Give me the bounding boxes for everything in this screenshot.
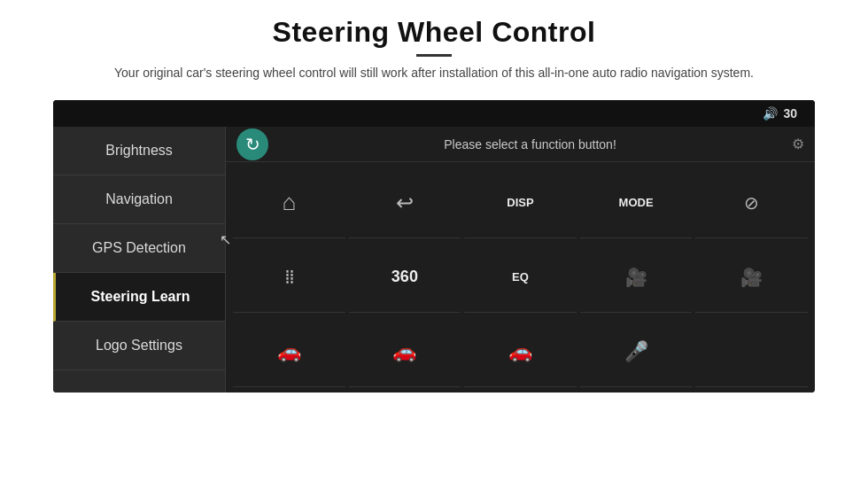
grid-cell-settings[interactable]: ⁞⁞: [233, 242, 345, 313]
camera1-icon: 🎥: [625, 267, 647, 288]
main-area: ↻ Please select a function button! ⚙ ⌂ ↩…: [226, 127, 815, 393]
grid-cell-home[interactable]: ⌂: [233, 167, 345, 238]
sidebar-item-navigation[interactable]: Navigation: [53, 175, 225, 224]
mode-label: MODE: [619, 196, 654, 209]
page-subtitle: Your original car's steering wheel contr…: [114, 64, 754, 82]
device-content: Brightness Navigation GPS Detection Stee…: [53, 127, 815, 393]
function-prompt: Please select a function button!: [277, 137, 783, 152]
sidebar-item-gps-detection[interactable]: GPS Detection: [53, 224, 225, 273]
sidebar-item-steering-learn[interactable]: Steering Learn: [53, 273, 225, 322]
car1-icon: 🚗: [277, 340, 301, 363]
top-bar: ↻ Please select a function button! ⚙: [226, 127, 815, 162]
back-icon: ↩: [396, 190, 414, 215]
label-360: 360: [391, 268, 418, 286]
disp-label: DISP: [507, 196, 533, 209]
home-icon: ⌂: [282, 189, 296, 216]
volume-icon: 🔊: [763, 106, 778, 120]
device-top-bar: 🔊 30: [53, 100, 815, 127]
grid-cell-car3[interactable]: 🚗: [464, 316, 577, 387]
grid-cell-camera2[interactable]: 🎥: [695, 242, 808, 313]
sync-button[interactable]: ↻: [236, 128, 268, 160]
sidebar-item-brightness[interactable]: Brightness: [53, 127, 225, 175]
page-title: Steering Wheel Control: [114, 16, 754, 49]
grid-cell-disp[interactable]: DISP: [464, 167, 577, 238]
grid-cell-car1[interactable]: 🚗: [233, 316, 345, 387]
title-section: Steering Wheel Control Your original car…: [114, 16, 754, 82]
eq-label: EQ: [512, 270, 529, 284]
microphone-icon: 🎤: [624, 340, 648, 363]
button-grid: ⌂ ↩ DISP MODE ⊘ ⁞⁞: [226, 162, 815, 393]
volume-number: 30: [783, 106, 797, 120]
grid-cell-empty: [695, 316, 808, 387]
equalizer-icon: ⁞⁞: [284, 266, 293, 289]
camera2-icon: 🎥: [740, 267, 763, 288]
device-frame: 🔊 30 Brightness Navigation GPS Detection…: [53, 100, 815, 393]
grid-cell-car2[interactable]: 🚗: [349, 316, 461, 387]
grid-cell-mute-call[interactable]: ⊘: [695, 167, 808, 238]
grid-cell-mode[interactable]: MODE: [580, 167, 693, 238]
car3-icon: 🚗: [508, 340, 532, 363]
sidebar: Brightness Navigation GPS Detection Stee…: [53, 127, 226, 393]
car2-icon: 🚗: [392, 340, 416, 363]
sync-icon: ↻: [245, 134, 260, 155]
grid-cell-eq[interactable]: EQ: [464, 242, 577, 313]
sidebar-item-logo-settings[interactable]: Logo Settings: [53, 322, 225, 370]
grid-cell-mic[interactable]: 🎤: [580, 316, 693, 387]
grid-cell-back[interactable]: ↩: [349, 167, 461, 238]
mute-call-icon: ⊘: [744, 192, 759, 214]
grid-cell-360[interactable]: 360: [349, 242, 461, 313]
title-divider: [416, 54, 452, 57]
settings-icon[interactable]: ⚙: [792, 136, 804, 152]
grid-cell-camera1[interactable]: 🎥: [580, 242, 693, 313]
page-wrapper: Steering Wheel Control Your original car…: [0, 0, 868, 482]
